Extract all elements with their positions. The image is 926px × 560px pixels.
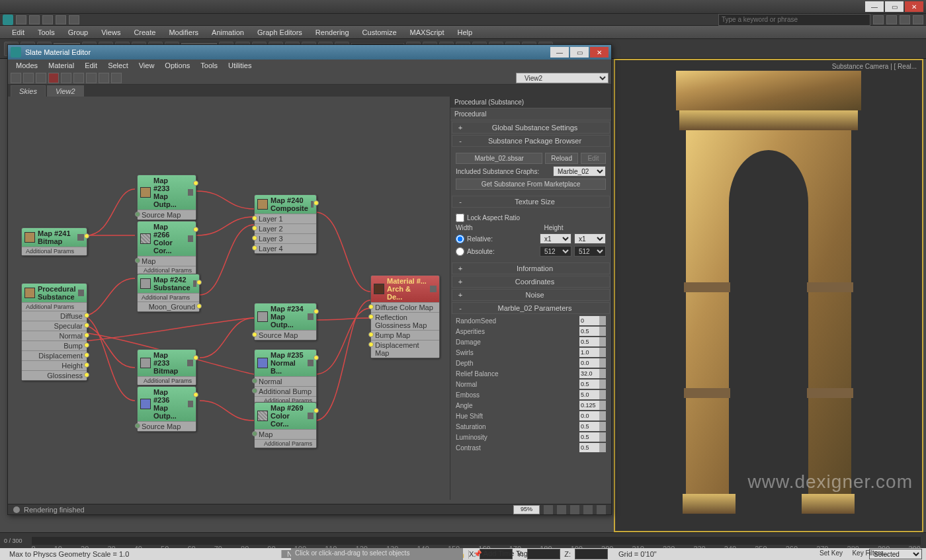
menu-rendering[interactable]: Rendering	[309, 28, 356, 36]
param-spinner[interactable]: 5.0	[579, 390, 606, 399]
slate-menu-options[interactable]: Options	[159, 61, 195, 69]
param-spinner[interactable]: 0.5	[579, 432, 606, 442]
zoom-icon[interactable]	[557, 505, 566, 514]
slate-preview-icon[interactable]	[99, 73, 109, 83]
node-material-archdesign[interactable]: Material #...Arch & De... Diffuse Color …	[370, 275, 440, 358]
reload-button[interactable]: Reload	[545, 153, 578, 164]
rp-section-texturesize[interactable]: -Texture Size	[452, 196, 610, 208]
perspective-viewport[interactable]: Substance Camera | [ Real...	[614, 59, 923, 532]
slate-menu-modes[interactable]: Modes	[11, 61, 43, 69]
qa-undo-icon[interactable]	[56, 15, 66, 24]
slate-menu-material[interactable]: Material	[43, 61, 79, 69]
qa-help-icon[interactable]	[873, 15, 884, 24]
rel-height-dropdown[interactable]: x1	[574, 233, 606, 244]
slate-menu-view[interactable]: View	[134, 61, 160, 69]
coord-y-input[interactable]	[527, 549, 560, 559]
param-spinner[interactable]: 0	[579, 316, 606, 325]
menu-views[interactable]: Views	[95, 28, 127, 36]
qa-save-icon[interactable]	[42, 15, 53, 24]
slate-titlebar[interactable]: Slate Material Editor — ▭ ✕	[8, 45, 611, 60]
fit-icon[interactable]	[570, 505, 579, 514]
slate-pick-icon[interactable]	[11, 73, 21, 83]
menu-customize[interactable]: Customize	[356, 28, 403, 36]
node-map266-colorcorrect[interactable]: Map #266Color Cor... Map Additional Para…	[137, 221, 196, 275]
slate-maximize-button[interactable]: ▭	[570, 47, 589, 58]
menu-help[interactable]: Help	[451, 28, 480, 36]
add-time-tag[interactable]: 📌 Add Time Tag	[470, 548, 532, 560]
region-icon[interactable]	[583, 505, 593, 514]
slate-menu-tools[interactable]: Tools	[195, 61, 223, 69]
param-spinner[interactable]: 0.0	[579, 358, 606, 368]
rp-section-params[interactable]: -Marble_02 Parameters	[452, 302, 610, 314]
abs-height-dropdown[interactable]: 512	[574, 246, 606, 257]
qa-redo-icon[interactable]	[69, 15, 79, 24]
relative-radio[interactable]	[456, 235, 464, 243]
param-spinner[interactable]: 0.5	[579, 380, 606, 389]
param-spinner[interactable]: 1.0	[579, 348, 606, 357]
node-map234-output[interactable]: Map #234Map Outp... Source Map	[254, 303, 317, 340]
param-spinner[interactable]: 0.125	[579, 401, 606, 410]
node-graph-canvas[interactable]: Map #241Bitmap Additional Params Procedu…	[8, 97, 450, 500]
slate-layout-icon[interactable]	[73, 73, 84, 83]
node-map236-output[interactable]: Map #236Map Outp... Source Map	[137, 386, 196, 432]
qa-star-icon[interactable]	[900, 15, 910, 24]
slate-view-dropdown[interactable]: View2	[516, 73, 609, 83]
slate-grid-icon[interactable]	[86, 73, 97, 83]
set-key-button[interactable]: Set Key	[816, 548, 847, 560]
qa-info-icon[interactable]	[913, 15, 923, 24]
slate-minimize-button[interactable]: —	[550, 47, 569, 58]
param-spinner[interactable]: 0.0	[579, 411, 606, 420]
substance-file-button[interactable]: Marble_02.sbsar	[456, 153, 542, 164]
pan-icon[interactable]	[544, 505, 553, 514]
window-maximize-button[interactable]: ▭	[885, 1, 904, 12]
menu-modifiers[interactable]: Modifiers	[162, 28, 205, 36]
node-map233-output[interactable]: Map #233Map Outp... Source Map	[137, 175, 196, 220]
param-spinner[interactable]: 0.5	[579, 327, 606, 336]
slate-brush-icon[interactable]	[23, 73, 34, 83]
abs-width-dropdown[interactable]: 512	[540, 246, 571, 257]
param-spinner[interactable]: 32.0	[579, 369, 606, 378]
menu-animation[interactable]: Animation	[205, 28, 251, 36]
absolute-radio[interactable]	[456, 247, 464, 256]
slate-move-icon[interactable]	[61, 73, 71, 83]
qa-new-icon[interactable]	[16, 15, 26, 24]
timeline[interactable]: 0 / 300 01020304050607080901001101201301…	[0, 532, 926, 548]
menu-tools[interactable]: Tools	[31, 28, 62, 36]
lock-aspect-checkbox[interactable]	[456, 214, 464, 222]
timeline-slider[interactable]: 0102030405060708090100110120130140150160…	[32, 537, 921, 545]
slate-menu-utilities[interactable]: Utilities	[223, 61, 257, 69]
node-procedural-substance[interactable]: ProceduralSubstance Additional Params Di…	[21, 283, 87, 381]
node-map269-colorcorrect[interactable]: Map #269Color Cor... Map Additional Para…	[254, 402, 317, 448]
node-map240-composite[interactable]: Map #240Composite Layer 1 Layer 2 Layer …	[254, 194, 317, 254]
slate-show-icon[interactable]	[111, 73, 122, 83]
slate-delete-icon[interactable]	[48, 73, 59, 83]
key-filters-button[interactable]: Key Filters...	[848, 548, 893, 560]
slate-assign-icon[interactable]	[36, 73, 46, 83]
included-graphs-dropdown[interactable]: Marble_02	[553, 166, 606, 177]
help-search-input[interactable]	[718, 14, 870, 26]
rp-section-noise[interactable]: +Noise	[452, 289, 610, 301]
menu-group[interactable]: Group	[62, 28, 95, 36]
rp-section-global[interactable]: +Global Substance Settings	[452, 122, 610, 134]
slate-close-button[interactable]: ✕	[590, 47, 609, 58]
rp-section-info[interactable]: +Information	[452, 262, 610, 274]
qa-settings-icon[interactable]	[886, 15, 897, 24]
rel-width-dropdown[interactable]: x1	[540, 233, 571, 244]
rp-section-browser[interactable]: -Substance Package Browser	[452, 135, 610, 147]
menu-edit[interactable]: Edit	[5, 28, 31, 36]
node-map241-bitmap[interactable]: Map #241Bitmap Additional Params	[21, 227, 87, 256]
edit-button[interactable]: Edit	[581, 153, 606, 164]
slate-menu-select[interactable]: Select	[103, 61, 134, 69]
tab-skies[interactable]: Skies	[11, 85, 46, 97]
node-map235-normal[interactable]: Map #235Normal B... Normal Additional Bu…	[254, 349, 317, 405]
param-spinner[interactable]: 0.5	[579, 337, 606, 346]
coord-z-input[interactable]	[575, 549, 608, 559]
menu-create[interactable]: Create	[127, 28, 162, 36]
node-map233-bitmap[interactable]: Map #233Bitmap Additional Params	[137, 349, 196, 385]
param-spinner[interactable]: 0.5	[579, 443, 606, 452]
tab-view2[interactable]: View2	[47, 85, 84, 97]
qa-open-icon[interactable]	[29, 15, 40, 24]
zoom-input[interactable]: 95%	[513, 505, 540, 514]
slate-menu-edit[interactable]: Edit	[79, 61, 103, 69]
rp-section-coords[interactable]: +Coordinates	[452, 276, 610, 288]
